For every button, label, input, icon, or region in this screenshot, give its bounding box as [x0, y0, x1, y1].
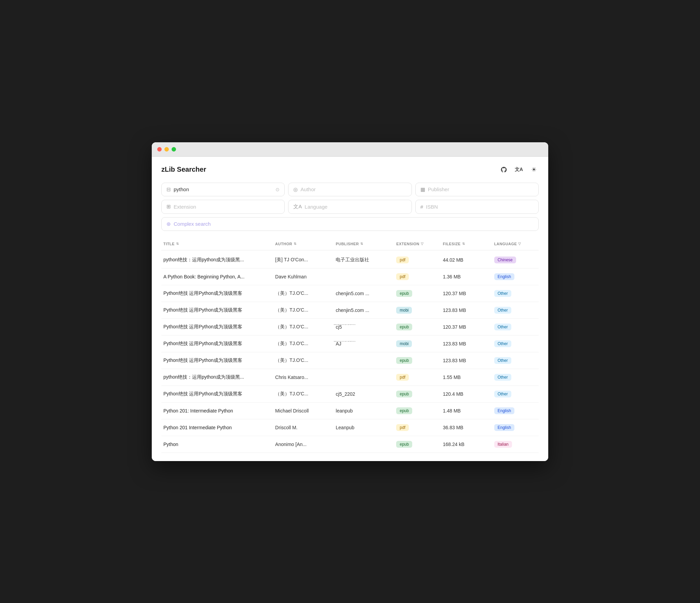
main-content: zLib Searcher 文A ☀ ⊟ ⊙ ◎: [152, 157, 548, 461]
title-icon: ⊟: [166, 186, 171, 193]
title-sort-icon: ⇅: [176, 242, 179, 246]
language-badge: English: [494, 424, 514, 431]
minimize-button[interactable]: [164, 147, 169, 152]
table-row[interactable]: python绝技：运用python成为顶级黑... Chris Katsaro.…: [161, 369, 539, 386]
app-window: zLib Searcher 文A ☀ ⊟ ⊙ ◎: [152, 142, 548, 461]
cell-language: Chinese: [492, 257, 539, 263]
language-badge: Other: [494, 307, 511, 314]
cell-extension: epub: [394, 324, 441, 330]
extension-badge: epub: [396, 391, 412, 397]
header-icon-group: 文A ☀: [499, 165, 539, 174]
clear-title-button[interactable]: ⊙: [275, 187, 280, 192]
cell-extension: epub: [394, 441, 441, 448]
cell-language: Other: [492, 324, 539, 330]
cell-extension: epub: [394, 391, 441, 397]
github-icon[interactable]: [499, 165, 509, 174]
cell-filesize: 120.37 MB: [441, 324, 492, 330]
table-row[interactable]: Python绝技 运用Python成为顶级黑客 （美）TJ.O'C... cj5…: [161, 386, 539, 403]
language-badge: Other: [494, 340, 511, 347]
table-row[interactable]: Python 201 Intermediate Python Driscoll …: [161, 419, 539, 436]
extension-badge: pdf: [396, 374, 409, 381]
table-body: python绝技：运用python成为顶级黑... [美] TJ O'Con..…: [161, 252, 539, 453]
theme-icon[interactable]: ☀: [529, 165, 539, 174]
cell-publisher: cj5_2202: [334, 391, 394, 397]
table-row[interactable]: Python 201: Intermediate Python Michael …: [161, 403, 539, 419]
cell-extension: epub: [394, 407, 441, 414]
table-row[interactable]: Python绝技 运用Python成为顶级黑客 （美）TJ.O'C... cj5…: [161, 319, 539, 336]
col-filesize[interactable]: FILESIZE ⇅: [441, 240, 492, 247]
table-row[interactable]: Python Anonimo [An... epub 168.24 kB Ita…: [161, 436, 539, 453]
cell-filesize: 123.83 MB: [441, 358, 492, 363]
cell-filesize: 123.83 MB: [441, 341, 492, 346]
close-button[interactable]: [157, 147, 162, 152]
col-author[interactable]: AUTHOR ⇅: [273, 240, 334, 247]
cell-author: [美] TJ O'Con...: [273, 257, 334, 263]
table-header-row: TITLE ⇅ AUTHOR ⇅ PUBLISHER ⇅ EXTENSION ▽…: [161, 238, 539, 250]
complex-search-input[interactable]: [174, 221, 534, 227]
col-extension[interactable]: EXTENSION ▽: [394, 240, 441, 247]
cell-title: A Python Book: Beginning Python, A...: [161, 274, 273, 279]
translate-icon[interactable]: 文A: [514, 165, 524, 174]
isbn-search-input[interactable]: [426, 204, 534, 210]
cell-author: Dave Kuhlman: [273, 274, 334, 279]
cell-title: Python绝技 运用Python成为顶级黑客: [161, 290, 273, 297]
author-search-input[interactable]: [300, 186, 406, 192]
search-row-2: ⊞ 文A #: [161, 200, 539, 214]
cell-author: （美）TJ.O'C...: [273, 324, 334, 330]
cell-author: Anonimo [An...: [273, 442, 334, 447]
cell-filesize: 123.83 MB: [441, 307, 492, 313]
extension-badge: epub: [396, 290, 412, 297]
extension-badge: epub: [396, 357, 412, 364]
cell-author: （美）TJ.O'C...: [273, 391, 334, 397]
extension-badge: pdf: [396, 273, 409, 280]
col-publisher[interactable]: PUBLISHER ⇅: [334, 240, 394, 247]
language-search-input[interactable]: [305, 204, 406, 210]
cell-extension: pdf: [394, 257, 441, 263]
publisher-icon: ▦: [420, 186, 425, 193]
publisher-search-input[interactable]: [428, 186, 534, 192]
language-badge: Italian: [494, 441, 512, 448]
table-row[interactable]: python绝技：运用python成为顶级黑... [美] TJ O'Con..…: [161, 252, 539, 268]
maximize-button[interactable]: [172, 147, 176, 152]
cell-language: Other: [492, 340, 539, 347]
table-row[interactable]: Python绝技 运用Python成为顶级黑客 （美）TJ.O'C... che…: [161, 285, 539, 302]
cell-language: Other: [492, 357, 539, 364]
cell-title: Python绝技 运用Python成为顶级黑客: [161, 307, 273, 313]
col-title[interactable]: TITLE ⇅: [161, 240, 273, 247]
cell-publisher: Leanpub: [334, 425, 394, 430]
cell-publisher: cj5 ahhhfs.com: [334, 324, 394, 330]
author-sort-icon: ⇅: [294, 242, 296, 246]
language-search-wrapper: 文A: [288, 200, 412, 214]
cell-title: Python 201 Intermediate Python: [161, 425, 273, 430]
col-language[interactable]: LANGUAGE ▽: [492, 240, 539, 247]
cell-filesize: 168.24 kB: [441, 442, 492, 447]
cell-title: Python 201: Intermediate Python: [161, 408, 273, 414]
author-search-wrapper: ◎: [288, 183, 412, 196]
language-icon: 文A: [293, 204, 302, 210]
table-row[interactable]: Python绝技 运用Python成为顶级黑客 （美）TJ.O'C... epu…: [161, 352, 539, 369]
language-badge: Other: [494, 391, 511, 397]
cell-filesize: 36.83 MB: [441, 425, 492, 430]
title-search-input[interactable]: [174, 186, 273, 192]
cell-author: Michael Driscoll: [273, 408, 334, 414]
table-row[interactable]: A Python Book: Beginning Python, A... Da…: [161, 268, 539, 285]
cell-filesize: 1.55 MB: [441, 375, 492, 380]
table-row[interactable]: Python绝技 运用Python成为顶级黑客 （美）TJ.O'C... che…: [161, 302, 539, 319]
extension-filter-icon: ▽: [421, 242, 423, 246]
extension-badge: pdf: [396, 424, 409, 431]
extension-search-input[interactable]: [174, 204, 280, 210]
cell-language: English: [492, 424, 539, 431]
extension-badge: pdf: [396, 257, 409, 263]
extension-badge: epub: [396, 441, 412, 448]
cell-publisher: leanpub: [334, 408, 394, 414]
cell-extension: mobi: [394, 340, 441, 347]
language-badge: Other: [494, 290, 511, 297]
table-row[interactable]: Python绝技 运用Python成为顶级黑客 （美）TJ.O'C... AJ …: [161, 336, 539, 352]
extension-badge: epub: [396, 407, 412, 414]
title-bar: [152, 142, 548, 157]
cell-language: Other: [492, 391, 539, 397]
app-header: zLib Searcher 文A ☀: [161, 165, 539, 174]
extension-search-wrapper: ⊞: [161, 200, 285, 214]
cell-language: Other: [492, 374, 539, 381]
cell-publisher: chenjin5.com ...: [334, 291, 394, 296]
